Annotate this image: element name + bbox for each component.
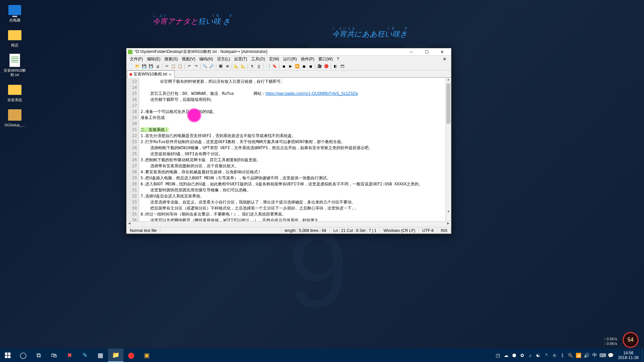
taskbar-app-5[interactable]: ▣ — [139, 349, 154, 362]
menu-item[interactable]: 设置(T) — [232, 56, 249, 62]
desktop-icon[interactable]: 安装系统 — [2, 83, 28, 102]
toolbar-button[interactable]: 🔳 — [218, 63, 224, 69]
toolbar-button[interactable]: 📂 — [135, 63, 141, 69]
taskbar-app-explorer[interactable]: 📁 — [108, 349, 123, 362]
toolbar-button[interactable]: ◧ — [332, 63, 338, 69]
taskbar-app-1[interactable]: ✖ — [62, 349, 77, 362]
start-button[interactable] — [0, 349, 15, 362]
menu-item[interactable]: 插件(P) — [299, 56, 316, 62]
minimize-button[interactable]: ─ — [404, 48, 419, 56]
text-editor[interactable]: 在官网下载有的时候更新，所以没有放入百度云链接，自行下载即可。 其它工具已打包：… — [139, 78, 445, 221]
toolbar-button[interactable]: 📄 — [128, 63, 134, 69]
tray-icon[interactable]: ☯ — [534, 349, 542, 362]
taskbar-app-2[interactable]: ✎ — [77, 349, 93, 362]
toolbar-button[interactable]: ⏹ — [308, 63, 314, 69]
horizontal-scrollbar[interactable]: ◀▶ — [126, 221, 451, 227]
desktop-icon[interactable]: 此电脑 — [2, 3, 28, 22]
task-view-button[interactable]: ⧉ — [31, 349, 46, 362]
wallpaper-phrase-2: こ よいとも くる さ 今宵共にああ狂い咲き — [332, 26, 409, 39]
toolbar-button[interactable]: ↷ — [193, 63, 199, 69]
toolbar-button[interactable]: 🔴 — [323, 63, 329, 69]
tray-icon[interactable]: ☁ — [502, 349, 510, 362]
app-icon — [128, 50, 132, 54]
desktop-icons: 此电脑网店安装WIN10教程.txt安装系统DGSetup_... — [2, 3, 32, 133]
desktop-icon[interactable]: DGSetup_... — [2, 108, 28, 127]
toolbar-button[interactable]: 🔎 — [209, 63, 215, 69]
close-button[interactable]: ✕ — [434, 48, 450, 56]
tray-icon[interactable]: ◳ — [494, 349, 502, 362]
menu-close-icon[interactable]: ✕ — [441, 57, 448, 62]
gauge-widget[interactable]: 54 — [623, 332, 639, 348]
taskbar-clock[interactable]: 14:562018-11-28 — [615, 351, 642, 360]
svg-rect-1 — [8, 353, 11, 355]
menu-item[interactable]: 工具(O) — [249, 56, 267, 62]
toolbar-button[interactable]: 📋 — [170, 63, 176, 69]
toolbar-button[interactable]: 🔍 — [202, 63, 208, 69]
tray-power-icon[interactable]: 🔌 — [567, 349, 575, 362]
tray-keyboard-icon[interactable]: ⌨ — [599, 349, 607, 362]
vertical-scrollbar[interactable]: ▲▼ — [445, 78, 451, 221]
toolbar-button[interactable]: ⏺ — [281, 63, 287, 69]
menu-item[interactable]: ? — [335, 57, 341, 61]
status-position: Ln : 21 Col : 8 Sel : 7 | 1 — [330, 227, 380, 234]
menu-item[interactable]: 窗口(W) — [316, 56, 335, 62]
taskbar: ◯ ⧉ 🛍 ✖ ✎ ▦ 📁 ⬤ ▣ ◳ ☁ ⬢ ✿ ♪ ☯ ＾ ⎋ ᛒ 🔌 📶 … — [0, 349, 644, 362]
menu-item[interactable]: 语言(L) — [215, 56, 232, 62]
tray-icon[interactable]: ♪ — [526, 349, 534, 362]
show-desktop-button[interactable] — [642, 349, 644, 362]
toolbar-button[interactable]: 🗔 — [339, 63, 345, 69]
toolbar-button[interactable]: ¶ — [249, 63, 255, 69]
tray-ime-icon[interactable]: 中 — [591, 349, 599, 362]
taskbar-app-store[interactable]: 🛍 — [46, 349, 62, 362]
toolbar-button[interactable]: 👁 — [224, 63, 230, 69]
toolbar-button[interactable]: {} — [256, 63, 262, 69]
toolbar-button[interactable]: 🎥 — [317, 63, 323, 69]
menu-item[interactable]: 运行(R) — [281, 56, 299, 62]
tray-network-icon[interactable]: 📶 — [575, 349, 583, 362]
tray-volume-icon[interactable]: 🔊 — [583, 349, 591, 362]
menu-item[interactable]: 文件(F) — [128, 56, 145, 62]
desktop-icon[interactable]: 网店 — [2, 28, 28, 48]
menu-item[interactable]: 宏(M) — [267, 56, 281, 62]
tray-icon[interactable]: ✿ — [518, 349, 526, 362]
toolbar-button[interactable]: 💾 — [141, 63, 147, 69]
toolbar-button[interactable]: 💾 — [148, 63, 154, 69]
taskbar-app-3[interactable]: ▦ — [93, 349, 108, 362]
menu-item[interactable]: 视图(V) — [180, 56, 197, 62]
menu-item[interactable]: 搜索(S) — [162, 56, 180, 62]
notepadpp-window: *D:\SystemFolder\Desktop\安装WIN10教程.txt -… — [126, 48, 451, 234]
titlebar[interactable]: *D:\SystemFolder\Desktop\安装WIN10教程.txt -… — [126, 48, 451, 56]
svg-rect-2 — [5, 356, 8, 358]
toolbar-button[interactable]: 📐 — [240, 63, 246, 69]
toolbar-button[interactable]: ⏹ — [301, 63, 307, 69]
toolbar-button[interactable]: 🔖 — [272, 63, 278, 69]
toolbar-button[interactable]: ⏩ — [294, 63, 300, 69]
toolbar-button[interactable]: ▶ — [287, 63, 293, 69]
menu-item[interactable]: 编辑(E) — [145, 56, 162, 62]
tab-close-icon[interactable]: ⊠ — [169, 72, 171, 76]
wallpaper-phrase-1: こ よい くる さ 今宵アナタと狂い咲 き — [153, 13, 233, 26]
toolbar-button[interactable]: ↶ — [186, 63, 192, 69]
status-length: length : 5,008 lines : 64 — [281, 227, 330, 234]
svg-rect-0 — [5, 353, 8, 355]
tray-icon[interactable]: ⬢ — [510, 349, 518, 362]
toolbar-button[interactable]: 📋 — [177, 63, 183, 69]
maximize-button[interactable]: ☐ — [419, 48, 434, 56]
tray-icon[interactable]: ⎋ — [550, 349, 558, 362]
toolbar-button[interactable]: ✂ — [164, 63, 170, 69]
tray-notification-icon[interactable]: 💬 — [607, 349, 615, 362]
tray-bluetooth-icon[interactable]: ᛒ — [558, 349, 567, 362]
taskbar-app-record[interactable]: ⬤ — [123, 349, 139, 362]
menu-item[interactable]: 编码(N) — [197, 56, 215, 62]
window-title: *D:\SystemFolder\Desktop\安装WIN10教程.txt -… — [135, 49, 404, 55]
desktop-icon[interactable]: 安装WIN10教程.txt — [2, 54, 28, 77]
netspeed-widget[interactable]: 0.5K/s 0.6K/s — [604, 337, 617, 346]
cortana-button[interactable]: ◯ — [15, 349, 31, 362]
toolbar: 📄📂💾💾🖨✂📋📋↶↷🔍🔎🔳👁📐📐¶{}📑🔖⏺▶⏩⏹⏹🎥🔴◧🗔 — [126, 62, 451, 70]
system-tray: ◳ ☁ ⬢ ✿ ♪ ☯ ＾ ⎋ ᛒ 🔌 📶 🔊 中 ⌨ 💬 14:562018-… — [494, 349, 644, 362]
toolbar-button[interactable]: 📐 — [233, 63, 239, 69]
toolbar-button[interactable]: 🖨 — [155, 63, 161, 69]
toolbar-button[interactable]: 📑 — [265, 63, 271, 69]
file-tab[interactable]: 安装WIN10教程.txt ⊠ — [127, 70, 174, 78]
tray-chevron-up-icon[interactable]: ＾ — [542, 349, 550, 362]
